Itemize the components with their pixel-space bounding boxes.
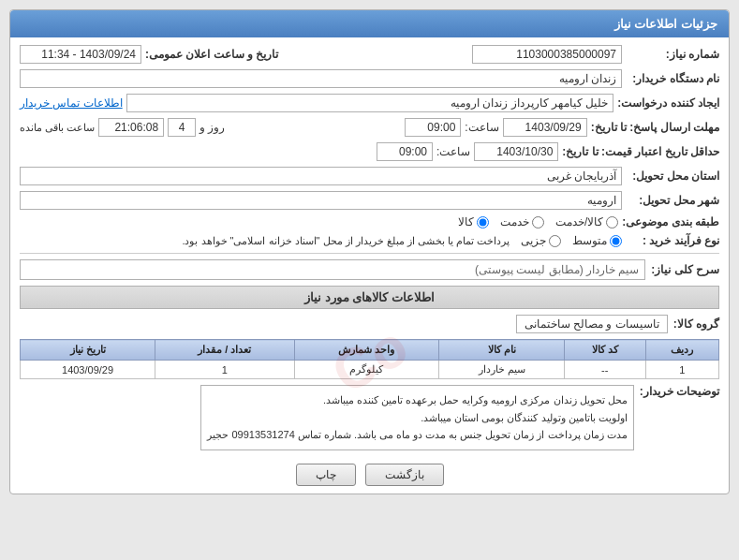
goods-table: ردیف کد کالا نام کالا واحد شمارش تعداد /…	[20, 339, 719, 379]
category-option-khadamat-label: خدمت	[500, 215, 529, 228]
table-cell: --	[564, 361, 645, 379]
col-header-radif: ردیف	[645, 340, 718, 361]
table-cell: 1403/09/29	[21, 361, 155, 379]
category-option-khadamat[interactable]: خدمت	[500, 215, 544, 228]
need-number-label: شماره نیاز:	[626, 48, 719, 61]
purchase-type-jozi[interactable]: جزیی	[521, 234, 561, 247]
category-option-kala-khadamat-label: کالا/خدمت	[555, 215, 603, 228]
notes-line: محل تحویل زندان مرکزی ارومیه وکرایه حمل …	[207, 391, 627, 409]
validity-deadline-row: حداقل تاریخ اعتبار قیمت: تا تاریخ: 1403/…	[20, 142, 719, 161]
creator-link[interactable]: اطلاعات تماس خریدار	[20, 96, 123, 110]
panel-body: شماره نیاز: 1103000385000097 تاریخ و ساع…	[10, 37, 729, 494]
table-wrapper: ردیف کد کالا نام کالا واحد شمارش تعداد /…	[20, 339, 719, 379]
purchase-type-motavaset[interactable]: متوسط	[572, 234, 622, 247]
col-header-name: نام کالا	[439, 340, 564, 361]
reply-deadline-label: مهلت ارسال پاسخ: تا تاریخ:	[591, 121, 719, 134]
public-announce-label: تاریخ و ساعت اعلان عمومی:	[145, 48, 278, 61]
reply-day-label: روز و	[200, 121, 225, 134]
buyer-notes-row: توضیحات خریدار: محل تحویل زندان مرکزی ار…	[20, 385, 719, 456]
public-announce-value: 1403/09/24 - 11:34	[20, 45, 141, 64]
creator-label: ایجاد کننده درخواست:	[617, 96, 719, 110]
search-key-row: سرح کلی نیاز:	[20, 259, 719, 280]
category-radio-group: کالا/خدمت خدمت کالا	[458, 215, 618, 228]
reply-time-value: 09:00	[405, 118, 461, 137]
delivery-city-value: ارومیه	[20, 191, 622, 210]
delivery-city-label: شهر محل تحویل:	[626, 194, 719, 207]
creator-row: ایجاد کننده درخواست: خلیل کیامهر کارپردا…	[20, 94, 719, 112]
validity-date-value: 1403/10/30	[474, 142, 558, 161]
reply-remaining-value: 21:06:08	[98, 118, 164, 137]
validity-deadline-label: حداقل تاریخ اعتبار قیمت: تا تاریخ:	[562, 145, 719, 158]
reply-deadline-row: مهلت ارسال پاسخ: تا تاریخ: 1403/09/29 سا…	[20, 118, 719, 137]
validity-time-label: ساعت:	[436, 145, 470, 158]
page-wrapper: جزئیات اطلاعات نیاز شماره نیاز: 11030003…	[0, 0, 739, 560]
purchase-type-jozi-label: جزیی	[521, 234, 546, 247]
buyer-notes-label: توضیحات خریدار:	[640, 385, 719, 398]
category-row: طبقه بندی موضوعی: کالا/خدمت خدمت کالا	[20, 215, 719, 228]
need-number-value: 1103000385000097	[472, 45, 622, 64]
btn-row: بازگشت چاپ	[20, 464, 719, 486]
delivery-province-label: استان محل تحویل:	[626, 169, 719, 183]
main-panel: جزئیات اطلاعات نیاز شماره نیاز: 11030003…	[9, 9, 730, 494]
col-header-unit: واحد شمارش	[294, 340, 439, 361]
notes-line: مدت زمان پرداخت از زمان تحویل جنس به مدت…	[207, 426, 627, 444]
notes-line: اولویت باتامین وتولید کنندگان بومی استان…	[207, 409, 627, 427]
divider-1	[20, 253, 719, 254]
col-header-code: کد کالا	[564, 340, 645, 361]
delivery-city-row: شهر محل تحویل: ارومیه	[20, 191, 719, 210]
btn-print[interactable]: چاپ	[296, 464, 356, 486]
table-cell: 1	[155, 361, 295, 379]
buyer-notes-box: محل تحویل زندان مرکزی ارومیه وکرایه حمل …	[200, 385, 633, 450]
category-option-kala-label: کالا	[458, 215, 474, 228]
reply-remaining-label: ساعت باقی مانده	[20, 122, 95, 134]
goods-group-value: تاسیسات و مصالح ساختمانی	[516, 315, 668, 333]
purchase-type-radio-group: متوسط جزیی	[521, 234, 622, 247]
category-option-kala-khadamat[interactable]: کالا/خدمت	[555, 215, 618, 228]
category-label: طبقه بندی موضوعی:	[622, 215, 719, 228]
goods-section-title: اطلاعات کالاهای مورد نیاز	[20, 286, 719, 309]
buyer-device-value: زندان ارومیه	[20, 69, 622, 88]
purchase-type-row: نوع فرآیند خرید : متوسط جزیی پرداخت تمام…	[20, 234, 719, 247]
buyer-device-row: نام دستگاه خریدار: زندان ارومیه	[20, 69, 719, 88]
delivery-province-value: آذربایجان غربی	[20, 167, 622, 185]
category-option-kala[interactable]: کالا	[458, 215, 489, 228]
col-header-date: تاریخ نیاز	[21, 340, 155, 361]
reply-date-value: 1403/09/29	[503, 118, 587, 137]
btn-back[interactable]: بازگشت	[365, 464, 444, 486]
purchase-type-motavaset-label: متوسط	[572, 234, 607, 247]
table-row: 1--سیم خاردارکیلوگرم11403/09/29	[21, 361, 719, 379]
delivery-province-row: استان محل تحویل: آذربایجان غربی	[20, 167, 719, 185]
table-cell: کیلوگرم	[294, 361, 439, 379]
panel-title: جزئیات اطلاعات نیاز	[614, 17, 717, 31]
panel-header: جزئیات اطلاعات نیاز	[10, 10, 729, 37]
goods-group-row: گروه کالا: تاسیسات و مصالح ساختمانی	[20, 315, 719, 333]
search-key-input[interactable]	[20, 259, 645, 280]
reply-time-label: ساعت:	[465, 121, 498, 134]
need-number-row: شماره نیاز: 1103000385000097 تاریخ و ساع…	[20, 45, 719, 64]
creator-value: خلیل کیامهر کارپرداز زندان ارومیه	[126, 94, 614, 112]
buyer-device-label: نام دستگاه خریدار:	[626, 72, 719, 85]
purchase-type-label: نوع فرآیند خرید :	[626, 234, 719, 247]
goods-group-label: گروه کالا:	[673, 317, 719, 331]
validity-time-value: 09:00	[377, 142, 433, 161]
search-key-label: سرح کلی نیاز:	[651, 263, 719, 276]
table-cell: 1	[645, 361, 718, 379]
reply-day-value: 4	[168, 118, 196, 137]
table-cell: سیم خاردار	[439, 361, 564, 379]
col-header-qty: تعداد / مقدار	[155, 340, 295, 361]
purchase-note: پرداخت تمام یا بخشی از مبلغ خریدار از مح…	[182, 235, 510, 247]
